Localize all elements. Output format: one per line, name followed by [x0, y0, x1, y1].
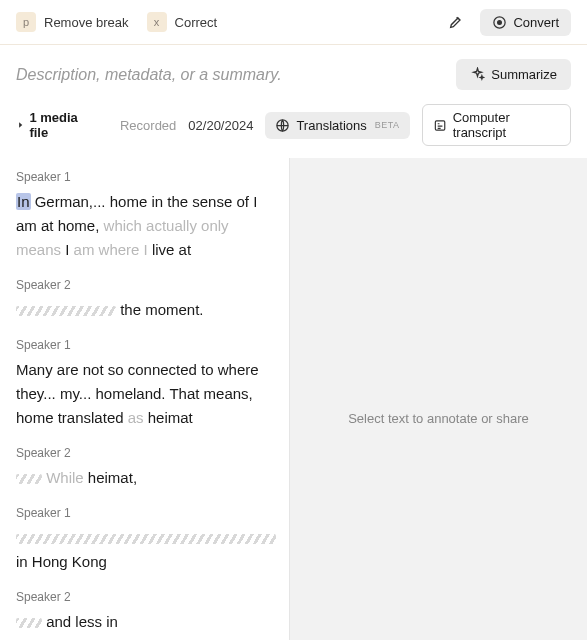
transcript-line[interactable]: and less in any environment. — [16, 610, 273, 640]
transcript-text[interactable]: heimat, — [84, 469, 137, 486]
transcript-line[interactable]: in Hong Kong — [16, 526, 273, 574]
info-row: 1 media file Recorded 02/20/2024 Transla… — [0, 100, 587, 158]
translations-label: Translations — [296, 118, 366, 133]
highlighter-icon — [448, 14, 464, 30]
speaker-label[interactable]: Speaker 2 — [16, 590, 273, 604]
redacted-span — [16, 618, 42, 628]
correct-label[interactable]: Correct — [175, 15, 218, 30]
beta-badge: BETA — [375, 120, 400, 130]
low-confidence-text[interactable]: as — [128, 409, 144, 426]
meta-row: Description, metadata, or a summary. Sum… — [0, 45, 587, 100]
transcript-block: Speaker 1Many are not so connected to wh… — [16, 338, 273, 430]
transcript-block: Speaker 1In German,... home in the sense… — [16, 170, 273, 262]
transcript-block: Speaker 2 While heimat, — [16, 446, 273, 490]
low-confidence-text[interactable]: am where I — [74, 241, 148, 258]
recorded-date: 02/20/2024 — [188, 118, 253, 133]
speaker-label[interactable]: Speaker 1 — [16, 338, 273, 352]
highlighter-button[interactable] — [440, 8, 472, 36]
transcript-panel[interactable]: Speaker 1In German,... home in the sense… — [0, 158, 290, 640]
transcript-text[interactable]: and less in — [42, 613, 118, 630]
transcript-line[interactable]: the moment. — [16, 298, 273, 322]
main: Speaker 1In German,... home in the sense… — [0, 158, 587, 640]
media-file-label: 1 media file — [29, 110, 96, 140]
sparkle-icon — [470, 67, 485, 82]
highlighted-word[interactable]: In — [16, 193, 31, 210]
transcript-block: Speaker 2 the moment. — [16, 278, 273, 322]
remove-break-label[interactable]: Remove break — [44, 15, 129, 30]
annotate-panel: Select text to annotate or share — [290, 158, 587, 640]
remove-break-key: p — [16, 12, 36, 32]
redacted-span — [16, 534, 276, 544]
transcript-line[interactable]: In German,... home in the sense of I am … — [16, 190, 273, 262]
media-file-toggle[interactable]: 1 media file — [16, 110, 96, 140]
transcript-block: Speaker 2 and less in any environment. — [16, 590, 273, 640]
transcript-text[interactable]: live at — [148, 241, 191, 258]
recorded-label: Recorded — [120, 118, 176, 133]
transcript-text[interactable]: in Hong Kong — [16, 553, 107, 570]
transcript-block: Speaker 1 in Hong Kong — [16, 506, 273, 574]
transcript-text[interactable]: heimat — [144, 409, 193, 426]
transcript-text[interactable]: the moment. — [116, 301, 204, 318]
speaker-label[interactable]: Speaker 2 — [16, 446, 273, 460]
speaker-label[interactable]: Speaker 2 — [16, 278, 273, 292]
summarize-button-label: Summarize — [491, 67, 557, 82]
speaker-label[interactable]: Speaker 1 — [16, 170, 273, 184]
annotate-hint: Select text to annotate or share — [348, 411, 529, 426]
translations-button[interactable]: Translations BETA — [265, 112, 409, 139]
convert-button[interactable]: Convert — [480, 9, 571, 36]
correct-key: x — [147, 12, 167, 32]
transcript-line[interactable]: While heimat, — [16, 466, 273, 490]
speaker-label[interactable]: Speaker 1 — [16, 506, 273, 520]
description-input[interactable]: Description, metadata, or a summary. — [16, 66, 448, 84]
convert-icon — [492, 15, 507, 30]
redacted-span — [16, 474, 42, 484]
toolbar: p Remove break x Correct Convert — [0, 0, 587, 45]
summarize-button[interactable]: Summarize — [456, 59, 571, 90]
transcript-text[interactable]: I — [61, 241, 74, 258]
computer-transcript-label: Computer transcript — [453, 110, 560, 140]
computer-transcript-button[interactable]: Computer transcript — [422, 104, 571, 146]
svg-point-1 — [498, 20, 502, 24]
chevron-right-icon — [16, 120, 25, 130]
globe-icon — [275, 118, 290, 133]
low-confidence-text[interactable]: While — [46, 469, 84, 486]
transcript-line[interactable]: Many are not so connected to where they.… — [16, 358, 273, 430]
convert-button-label: Convert — [513, 15, 559, 30]
transcript-icon — [433, 118, 447, 133]
redacted-span — [16, 306, 116, 316]
